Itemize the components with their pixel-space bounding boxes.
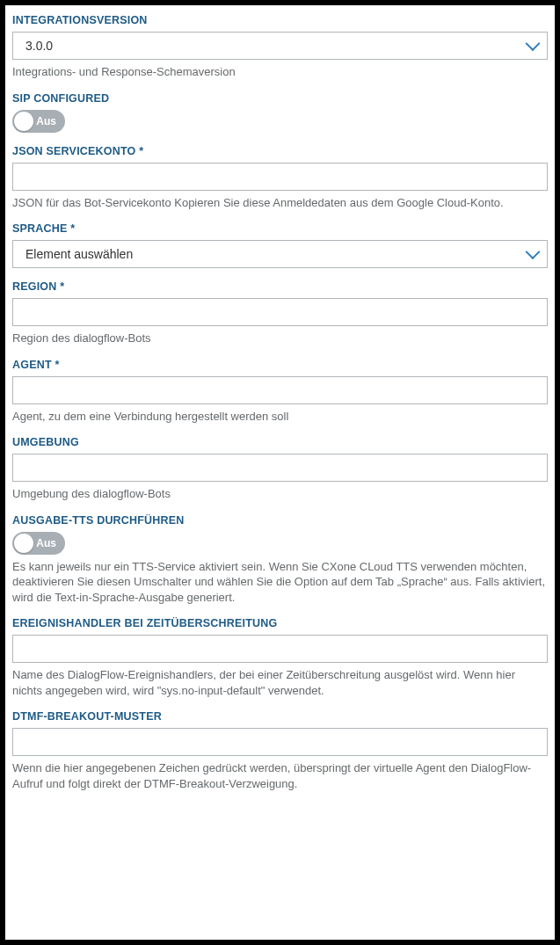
label-agent: AGENT * <box>12 359 548 371</box>
label-sip-configured: SIP CONFIGURED <box>12 92 548 105</box>
input-agent[interactable] <box>12 376 548 404</box>
field-dtmf: DTMF-BREAKOUT-MUSTER Wenn die hier angeg… <box>12 710 548 791</box>
input-json-servicekonto[interactable] <box>12 163 548 191</box>
field-json-servicekonto: JSON SERVICEKONTO * JSON für das Bot-Ser… <box>12 145 548 211</box>
helper-ausgabe-tts: Es kann jeweils nur ein TTS-Service akti… <box>12 559 548 606</box>
input-dtmf[interactable] <box>12 728 548 756</box>
form-container: INTEGRATIONSVERSION 3.0.0 Integrations- … <box>5 5 555 940</box>
label-integrationsversion: INTEGRATIONSVERSION <box>12 14 548 26</box>
select-value: Element auswählen <box>25 247 133 261</box>
toggle-text: Aus <box>36 115 56 127</box>
helper-integrationsversion: Integrations- und Response-Schemaversion <box>12 64 548 80</box>
helper-ereignishandler: Name des DialogFlow-Ereignishandlers, de… <box>12 667 548 698</box>
field-integrationsversion: INTEGRATIONSVERSION 3.0.0 Integrations- … <box>12 14 548 80</box>
label-ereignishandler: EREIGNISHANDLER BEI ZEITÜBERSCHREITUNG <box>12 617 548 629</box>
input-ereignishandler[interactable] <box>12 635 548 663</box>
field-sprache: SPRACHE * Element auswählen <box>12 222 548 268</box>
field-umgebung: UMGEBUNG Umgebung des dialogflow-Bots <box>12 436 548 502</box>
label-sprache: SPRACHE * <box>12 222 548 235</box>
label-region: REGION * <box>12 280 548 293</box>
input-umgebung[interactable] <box>12 454 548 482</box>
helper-json-servicekonto: JSON für das Bot-Servicekonto Kopieren S… <box>12 195 548 211</box>
helper-dtmf: Wenn die hier angegebenen Zeichen gedrüc… <box>12 760 548 791</box>
field-region: REGION * Region des dialogflow-Bots <box>12 280 548 346</box>
toggle-sip-configured[interactable]: Aus <box>12 110 65 133</box>
select-sprache[interactable]: Element auswählen <box>12 240 548 268</box>
toggle-knob-icon <box>14 534 33 553</box>
label-umgebung: UMGEBUNG <box>12 436 548 448</box>
label-dtmf: DTMF-BREAKOUT-MUSTER <box>12 710 548 723</box>
field-sip-configured: SIP CONFIGURED Aus <box>12 92 548 133</box>
field-ausgabe-tts: AUSGABE-TTS DURCHFÜHREN Aus Es kann jewe… <box>12 514 548 606</box>
input-region[interactable] <box>12 298 548 326</box>
select-value: 3.0.0 <box>25 39 53 53</box>
helper-agent: Agent, zu dem eine Verbindung hergestell… <box>12 409 548 425</box>
select-integrationsversion[interactable]: 3.0.0 <box>12 32 548 60</box>
field-ereignishandler: EREIGNISHANDLER BEI ZEITÜBERSCHREITUNG N… <box>12 617 548 698</box>
toggle-text: Aus <box>36 537 56 549</box>
label-ausgabe-tts: AUSGABE-TTS DURCHFÜHREN <box>12 514 548 527</box>
helper-region: Region des dialogflow-Bots <box>12 331 548 346</box>
label-json-servicekonto: JSON SERVICEKONTO * <box>12 145 548 157</box>
toggle-knob-icon <box>14 112 33 131</box>
helper-umgebung: Umgebung des dialogflow-Bots <box>12 486 548 502</box>
toggle-ausgabe-tts[interactable]: Aus <box>12 532 65 555</box>
field-agent: AGENT * Agent, zu dem eine Verbindung he… <box>12 359 548 425</box>
